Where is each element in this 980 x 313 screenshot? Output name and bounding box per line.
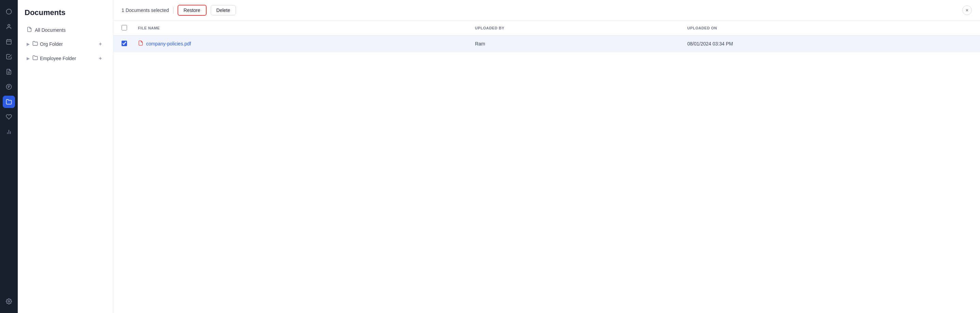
sidebar-item-all-documents[interactable]: All Documents — [23, 24, 108, 36]
uploaded-on-text: 08/01/2024 03:34 PM — [687, 41, 733, 46]
add-org-folder-button[interactable]: + — [97, 40, 104, 48]
file-name-header: FILE NAME — [132, 21, 469, 35]
file-name-text: company-policies.pdf — [146, 41, 191, 46]
svg-point-12 — [8, 301, 10, 302]
documents-table-container: FILE NAME UPLOADED BY UPLOADED ON — [113, 21, 980, 313]
settings-icon[interactable] — [3, 295, 15, 308]
toolbar: 1 Documents selected Restore Delete — [113, 0, 980, 21]
restore-button[interactable]: Restore — [178, 5, 207, 16]
toolbar-divider — [173, 7, 173, 14]
heart-icon[interactable] — [3, 111, 15, 123]
employee-folder-label: Employee Folder — [40, 56, 95, 61]
close-button[interactable] — [962, 5, 972, 15]
add-employee-folder-button[interactable]: + — [97, 55, 104, 62]
file-link[interactable]: company-policies.pdf — [138, 40, 464, 47]
all-documents-label: All Documents — [35, 27, 65, 33]
uploaded-by-cell: Ram — [469, 35, 682, 52]
dashboard-icon[interactable] — [3, 5, 15, 18]
all-docs-icon — [27, 27, 32, 34]
main-content: 1 Documents selected Restore Delete FILE… — [113, 0, 980, 313]
folder-icon-2 — [32, 55, 38, 62]
row-checkbox-cell[interactable] — [113, 35, 132, 52]
sidebar-item-employee-folder[interactable]: ▶ Employee Folder + — [23, 52, 108, 65]
check-icon[interactable] — [3, 51, 15, 63]
sidebar: Documents All Documents ▶ Org Folder + ▶… — [18, 0, 113, 313]
table-header-row: FILE NAME UPLOADED BY UPLOADED ON — [113, 21, 980, 35]
nav-bar — [0, 0, 18, 313]
folder-icon — [32, 41, 38, 48]
svg-point-0 — [6, 9, 12, 14]
svg-point-1 — [8, 24, 10, 26]
chart-icon[interactable] — [3, 126, 15, 138]
page-title: Documents — [23, 8, 108, 17]
report-icon[interactable] — [3, 65, 15, 78]
file-name-cell: company-policies.pdf — [132, 35, 469, 52]
svg-rect-2 — [6, 40, 11, 45]
table-row: company-policies.pdf Ram 08/01/2024 03:3… — [113, 35, 980, 52]
sidebar-item-org-folder[interactable]: ▶ Org Folder + — [23, 38, 108, 51]
documents-table: FILE NAME UPLOADED BY UPLOADED ON — [113, 21, 980, 52]
selected-count-text: 1 Documents selected — [122, 8, 169, 13]
delete-button[interactable]: Delete — [211, 5, 236, 15]
calendar-icon[interactable] — [3, 35, 15, 48]
rupee-icon[interactable] — [3, 81, 15, 93]
checkbox-header — [113, 21, 132, 35]
pdf-icon — [138, 40, 143, 47]
uploaded-by-header: UPLOADED BY — [469, 21, 682, 35]
select-all-checkbox[interactable] — [122, 25, 127, 30]
uploaded-by-text: Ram — [475, 41, 485, 46]
chevron-right-icon-2: ▶ — [27, 56, 30, 61]
person-icon[interactable] — [3, 21, 15, 33]
uploaded-on-cell: 08/01/2024 03:34 PM — [682, 35, 980, 52]
folder-nav-icon[interactable] — [3, 96, 15, 108]
org-folder-label: Org Folder — [40, 42, 95, 47]
chevron-right-icon: ▶ — [27, 42, 30, 46]
uploaded-on-header: UPLOADED ON — [682, 21, 980, 35]
row-checkbox[interactable] — [122, 41, 127, 46]
